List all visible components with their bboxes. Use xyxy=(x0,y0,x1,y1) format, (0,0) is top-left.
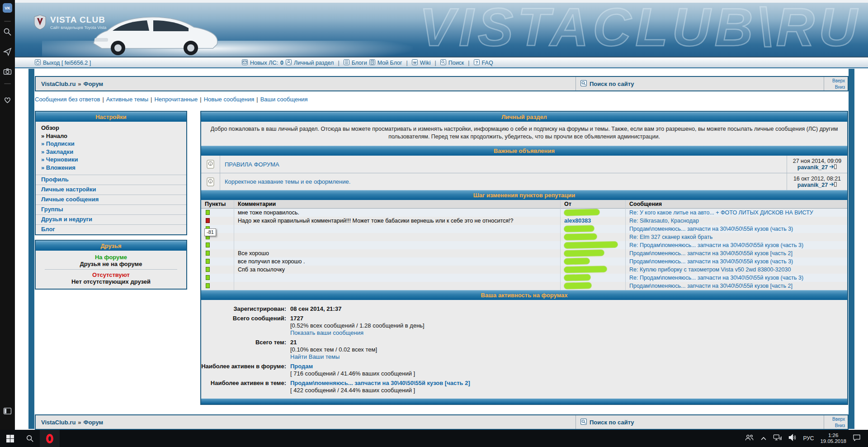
start-button[interactable] xyxy=(0,430,20,447)
activity-linkrow: Показать ваши сообщения xyxy=(201,329,847,337)
tray-expand-chevron-icon[interactable] xyxy=(760,434,767,442)
footer-site-link[interactable]: VistaClub.ru xyxy=(41,419,75,426)
topnav-link[interactable]: FAQ xyxy=(482,60,493,66)
keyboard-language-indicator[interactable]: РУС xyxy=(803,435,814,442)
taskbar-search-button[interactable] xyxy=(20,430,40,447)
site-search-link[interactable]: Поиск по сайту xyxy=(576,77,824,90)
minus-point-icon[interactable] xyxy=(206,218,210,223)
activity-label: Всего тем: xyxy=(201,339,290,346)
footer-forum-link[interactable]: Форум xyxy=(84,419,103,426)
reputation-row: Продам\поменяюсь... запчасти на 30\40\50… xyxy=(201,225,847,233)
settings-section-link[interactable]: Личные сообщения xyxy=(36,195,186,204)
activity-link[interactable]: Найти Ваши темы xyxy=(290,353,340,361)
reputation-from-cell xyxy=(560,241,625,249)
breadcrumb-site-link[interactable]: VistaClub.ru xyxy=(41,81,75,87)
search-icon[interactable] xyxy=(3,27,12,37)
camera-icon[interactable] xyxy=(3,67,12,76)
announcements-list: ПРАВИЛА ФОРУМА27 ноя 2014, 09:09pavanik_… xyxy=(201,156,847,190)
settings-item[interactable]: » Черновики xyxy=(36,156,186,164)
reputation-message-link[interactable]: Re: Куплю приборку с тахометром Vista v5… xyxy=(629,266,791,273)
plus-point-icon[interactable] xyxy=(206,251,210,256)
topnav-link[interactable]: Личный раздел xyxy=(294,60,334,66)
reputation-message-link[interactable]: Re: Elm 327 сканер какой брать xyxy=(629,234,712,240)
collapse-sidebar-icon[interactable] xyxy=(3,406,12,416)
reputation-message-link[interactable]: Re: Продам\поменяюсь... запчасти на 30\4… xyxy=(629,242,803,248)
reputation-message-link[interactable]: Re: Продам\поменяюсь... запчасти на 30\4… xyxy=(629,275,803,281)
people-icon[interactable] xyxy=(745,434,754,443)
site-search-label: Поиск по сайту xyxy=(590,81,634,87)
quick-link[interactable]: Непрочитанные xyxy=(154,96,198,103)
activity-link[interactable]: Показать ваши сообщения xyxy=(290,329,363,337)
footer-site-search-link[interactable]: Поиск по сайту xyxy=(576,415,824,429)
reputation-comment-cell xyxy=(234,241,560,249)
svg-text:?: ? xyxy=(475,60,478,65)
send-icon[interactable] xyxy=(3,47,12,57)
announcement-author-name: pavanik_27 xyxy=(797,164,828,171)
settings-item[interactable]: » Подписки xyxy=(36,140,186,148)
quick-link[interactable]: Активные темы xyxy=(106,96,148,103)
reputation-message-link[interactable]: Продам\поменяюсь... запчасти на 30\40\50… xyxy=(629,250,793,257)
vistaclub-logo[interactable]: VISTA CLUB Сайт владельцев Toyota Vista xyxy=(34,14,106,30)
announcement-author-link[interactable]: pavanik_27 xyxy=(797,182,837,188)
reputation-from-user-link[interactable]: alex80383 xyxy=(564,218,591,224)
reputation-point-cell xyxy=(201,241,234,249)
heart-icon[interactable] xyxy=(3,95,12,105)
announcement-author-link[interactable]: pavanik_27 xyxy=(797,164,837,171)
reputation-message-link[interactable]: Продам\поменяюсь... запчасти на 30\40\50… xyxy=(629,226,793,232)
scroll-down-link[interactable]: Вниз xyxy=(824,84,845,90)
action-center-icon[interactable] xyxy=(853,434,861,443)
activity-value-link[interactable]: Продам\поменяюсь... запчасти на 30\40\50… xyxy=(290,380,470,387)
settings-section-link[interactable]: Блог xyxy=(36,224,186,234)
plus-point-icon[interactable] xyxy=(206,243,210,247)
topnav-link[interactable]: Новых ЛС: xyxy=(250,60,278,66)
redacted-username xyxy=(564,233,597,240)
settings-item[interactable]: » Вложения xyxy=(36,164,186,172)
reputation-message-link[interactable]: Re: Silkrasauto, Краснодар xyxy=(629,218,699,224)
logout-link[interactable]: Выход [ fei5656.2 ] xyxy=(35,59,91,67)
reputation-message-link[interactable]: Продам\поменяюсь... запчасти на 30\40\50… xyxy=(629,283,793,289)
shield-icon xyxy=(34,14,46,30)
announcement-link[interactable]: ПРАВИЛА ФОРУМА xyxy=(225,161,279,168)
reputation-point-cell xyxy=(201,274,234,282)
topnav-link[interactable]: Блоги xyxy=(352,60,367,66)
reputation-message-link[interactable]: Re: У кого какое литье на авто... + ФОТО… xyxy=(629,209,813,216)
scroll-up-link[interactable]: Вверх xyxy=(824,78,845,84)
settings-section-link[interactable]: Группы xyxy=(36,204,186,214)
logout-label[interactable]: Выход [ fei5656.2 ] xyxy=(43,60,91,66)
quick-link[interactable]: Сообщения без ответов xyxy=(35,96,100,103)
plus-point-icon[interactable] xyxy=(206,259,210,264)
settings-item[interactable]: » Закладки xyxy=(36,148,186,156)
topnav-link[interactable]: Поиск xyxy=(448,60,464,66)
reputation-message-cell: Re: Silkrasauto, Краснодар xyxy=(625,217,847,225)
quick-link[interactable]: Ваши сообщения xyxy=(260,96,308,103)
activity-label-spacer xyxy=(201,387,290,394)
settings-section-link[interactable]: Друзья и недруги xyxy=(36,214,186,224)
settings-section-link[interactable]: Личные настройки xyxy=(36,185,186,195)
plus-point-icon[interactable] xyxy=(206,275,210,280)
activity-subrow: [0.52% всех сообщений / 1.28 сообщений в… xyxy=(201,322,847,329)
network-icon[interactable] xyxy=(773,434,782,443)
topnav-link[interactable]: Wiki xyxy=(420,60,431,66)
breadcrumb-forum-link[interactable]: Форум xyxy=(84,81,103,87)
taskbar-clock[interactable]: 1:26 19.05.2018 xyxy=(820,433,846,444)
opera-taskbar-icon[interactable] xyxy=(40,430,60,447)
reputation-row: все получил все хорошо .Продам\поменяюсь… xyxy=(201,257,847,266)
plus-point-icon[interactable] xyxy=(206,267,210,272)
reputation-message-link[interactable]: Продам\поменяюсь... запчасти на 30\40\50… xyxy=(629,258,793,265)
plus-point-icon[interactable] xyxy=(206,283,210,288)
activity-value-link[interactable]: Продам xyxy=(290,363,313,370)
reputation-title: Шаг изменения пунктов репутации xyxy=(201,190,847,200)
plus-point-icon[interactable] xyxy=(206,210,210,215)
settings-section-link[interactable]: Профиль xyxy=(36,175,186,185)
footer-scroll-down-link[interactable]: Вниз xyxy=(824,423,845,429)
quick-link[interactable]: Новые сообщения xyxy=(204,96,255,103)
vk-logo-icon[interactable]: VK xyxy=(3,3,12,13)
separator: | xyxy=(338,60,339,66)
announcement-link[interactable]: Корректное название темы и ее оформление… xyxy=(225,178,350,185)
redacted-username xyxy=(564,274,590,281)
friends-not-on-forum-label: Друзья не на форуме xyxy=(39,261,183,267)
topnav-link[interactable]: Мой Блог xyxy=(377,60,402,66)
friends-panel: Друзья На форуме Друзья не на форуме Отс… xyxy=(35,240,187,290)
volume-icon[interactable] xyxy=(788,434,797,443)
footer-scroll-up-link[interactable]: Вверх xyxy=(824,416,845,423)
